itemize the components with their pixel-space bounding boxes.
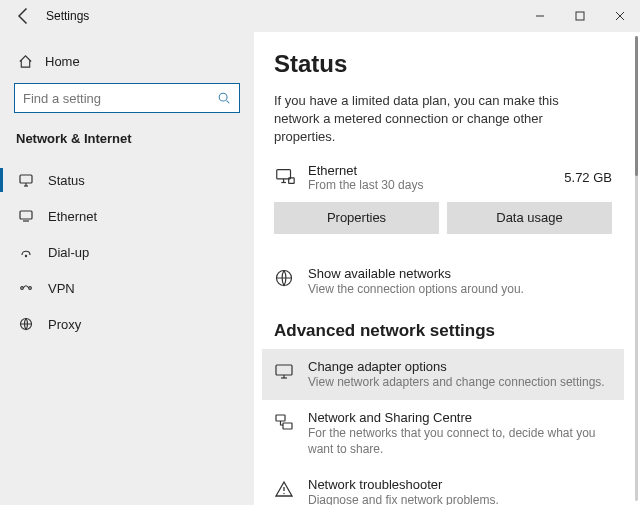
sidebar-item-proxy[interactable]: Proxy — [0, 306, 254, 342]
svg-rect-9 — [20, 211, 32, 219]
titlebar: Settings — [0, 0, 640, 32]
svg-point-26 — [283, 493, 284, 494]
minimize-button[interactable] — [520, 0, 560, 32]
advanced-heading: Advanced network settings — [274, 321, 612, 341]
page-description: If you have a limited data plan, you can… — [274, 92, 594, 147]
sidebar-item-dialup[interactable]: Dial-up — [0, 234, 254, 270]
nav-label: Status — [48, 173, 85, 188]
connection-name: Ethernet — [308, 163, 552, 178]
section-label: Network & Internet — [0, 131, 254, 162]
svg-point-4 — [219, 93, 227, 101]
troubleshooter-option[interactable]: Network troubleshooter Diagnose and fix … — [274, 467, 612, 505]
nav-label: Dial-up — [48, 245, 89, 260]
network-sharing-option[interactable]: Network and Sharing Centre For the netwo… — [274, 400, 612, 467]
page-title: Status — [274, 50, 612, 78]
home-icon — [18, 54, 33, 69]
search-input[interactable] — [23, 91, 217, 106]
scrollbar[interactable] — [635, 36, 638, 501]
window-title: Settings — [46, 9, 89, 23]
nav-label: Proxy — [48, 317, 81, 332]
close-button[interactable] — [600, 0, 640, 32]
svg-point-11 — [25, 255, 27, 257]
warning-icon — [274, 479, 294, 499]
connection-period: From the last 30 days — [308, 178, 552, 192]
nav-label: VPN — [48, 281, 75, 296]
properties-button[interactable]: Properties — [274, 202, 439, 234]
data-usage-button[interactable]: Data usage — [447, 202, 612, 234]
svg-point-13 — [29, 287, 32, 290]
search-icon — [217, 91, 231, 105]
sidebar: Home Network & Internet Status Ethernet … — [0, 32, 254, 505]
maximize-button[interactable] — [560, 0, 600, 32]
svg-rect-6 — [20, 175, 32, 183]
proxy-icon — [18, 316, 34, 332]
globe-icon — [274, 268, 294, 288]
option-title: Network troubleshooter — [308, 477, 499, 492]
svg-rect-23 — [276, 415, 285, 421]
nav-label: Ethernet — [48, 209, 97, 224]
home-nav[interactable]: Home — [0, 48, 254, 83]
svg-rect-1 — [576, 12, 584, 20]
option-sub: View network adapters and change connect… — [308, 374, 605, 390]
back-button[interactable] — [14, 6, 34, 26]
home-label: Home — [45, 54, 80, 69]
sidebar-item-ethernet[interactable]: Ethernet — [0, 198, 254, 234]
svg-rect-15 — [277, 170, 291, 179]
show-networks-option[interactable]: Show available networks View the connect… — [274, 256, 612, 307]
monitor-icon — [274, 361, 294, 381]
dialup-icon — [18, 244, 34, 260]
svg-point-12 — [21, 287, 24, 290]
status-icon — [18, 172, 34, 188]
option-title: Change adapter options — [308, 359, 605, 374]
ethernet-icon — [18, 208, 34, 224]
svg-rect-20 — [276, 365, 292, 375]
sidebar-item-vpn[interactable]: VPN — [0, 270, 254, 306]
option-title: Show available networks — [308, 266, 524, 281]
option-sub: For the networks that you connect to, de… — [308, 425, 612, 457]
main-panel: Status If you have a limited data plan, … — [254, 32, 640, 505]
option-title: Network and Sharing Centre — [308, 410, 612, 425]
svg-rect-24 — [283, 423, 292, 429]
connection-usage: 5.72 GB — [564, 170, 612, 185]
option-sub: View the connection options around you. — [308, 281, 524, 297]
option-sub: Diagnose and fix network problems. — [308, 492, 499, 505]
connection-row: Ethernet From the last 30 days 5.72 GB — [274, 163, 612, 192]
sidebar-item-status[interactable]: Status — [0, 162, 254, 198]
search-box[interactable] — [14, 83, 240, 113]
vpn-icon — [18, 280, 34, 296]
sharing-icon — [274, 412, 294, 432]
pc-icon — [274, 166, 296, 188]
svg-line-5 — [227, 101, 230, 104]
change-adapter-option[interactable]: Change adapter options View network adap… — [262, 349, 624, 400]
